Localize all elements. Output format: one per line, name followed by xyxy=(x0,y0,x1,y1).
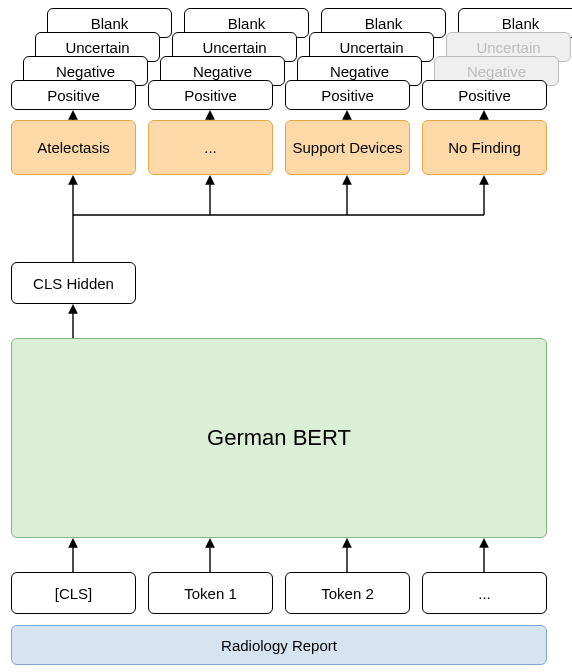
option-positive: Positive xyxy=(148,80,273,110)
bert-encoder: German BERT xyxy=(11,338,547,538)
input-token-ell: ... xyxy=(422,572,547,614)
option-positive: Positive xyxy=(285,80,410,110)
input-token-cls: [CLS] xyxy=(11,572,136,614)
option-positive: Positive xyxy=(11,80,136,110)
category-ellipsis: ... xyxy=(148,120,273,175)
input-token-1: Token 1 xyxy=(148,572,273,614)
category-no-finding: No Finding xyxy=(422,120,547,175)
cls-hidden: CLS Hidden xyxy=(11,262,136,304)
input-token-2: Token 2 xyxy=(285,572,410,614)
category-support-devices: Support Devices xyxy=(285,120,410,175)
option-positive: Positive xyxy=(422,80,547,110)
radiology-report: Radiology Report xyxy=(11,625,547,665)
category-atelectasis: Atelectasis xyxy=(11,120,136,175)
